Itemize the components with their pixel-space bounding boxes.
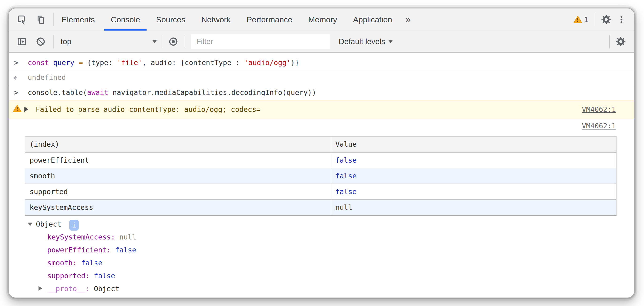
token-plain: navigator.mediaCapabilities.decodingInfo… bbox=[108, 88, 316, 97]
property-key: powerEfficient: bbox=[47, 246, 115, 254]
tab-console[interactable]: Console bbox=[103, 9, 148, 31]
property-value: false bbox=[115, 246, 136, 254]
warning-message: Failed to parse audio contentType: audio… bbox=[36, 105, 260, 114]
inspect-element-button[interactable] bbox=[16, 13, 28, 26]
gear-icon bbox=[615, 36, 626, 47]
table-row: smooth false bbox=[25, 168, 616, 184]
eye-icon bbox=[168, 36, 179, 47]
console-result-row: undefined bbox=[9, 70, 634, 85]
warning-triangle-icon bbox=[573, 15, 582, 24]
token-plain: }} bbox=[291, 59, 299, 67]
chevron-down-icon bbox=[152, 40, 157, 43]
toolbar-divider bbox=[609, 35, 610, 49]
tab-sources[interactable]: Sources bbox=[148, 9, 193, 31]
more-tabs-chevron-icon: » bbox=[406, 14, 411, 25]
toolbar-divider bbox=[162, 35, 162, 49]
token-plain: console.table( bbox=[28, 88, 87, 97]
console-log-row: VM4062:1 bbox=[9, 119, 634, 133]
more-tabs-button[interactable]: » bbox=[400, 14, 416, 25]
toolbar-divider bbox=[53, 35, 54, 49]
log-source-link[interactable]: VM4062:1 bbox=[582, 122, 616, 130]
expand-warning-triangle-icon[interactable] bbox=[24, 105, 28, 114]
table-cell-key: keySystemAccess bbox=[25, 199, 331, 215]
expand-triangle-icon[interactable] bbox=[38, 286, 42, 291]
devtools-menu-button[interactable] bbox=[617, 14, 626, 25]
object-root-label: Object bbox=[36, 220, 61, 228]
table-cell-key: supported bbox=[25, 184, 331, 199]
result-value: undefined bbox=[28, 73, 66, 82]
javascript-context-selector[interactable]: top bbox=[57, 37, 162, 46]
token-space bbox=[49, 59, 53, 67]
console-sidebar-icon bbox=[16, 36, 27, 47]
object-root-row[interactable]: Object i bbox=[9, 218, 634, 230]
tab-network[interactable]: Network bbox=[193, 9, 238, 31]
three-dot-menu-icon bbox=[617, 14, 626, 25]
object-tree: Object i keySystemAccess: null powerEffi… bbox=[9, 218, 634, 295]
tab-label: Console bbox=[111, 15, 140, 24]
tab-application[interactable]: Application bbox=[345, 9, 400, 31]
table-cell-value: false bbox=[331, 184, 616, 199]
toolbar-divider bbox=[184, 35, 185, 49]
console-settings-button[interactable] bbox=[615, 36, 626, 48]
table-header-value[interactable]: Value bbox=[331, 136, 616, 152]
property-key: keySystemAccess: bbox=[47, 233, 119, 241]
collapse-triangle-icon[interactable] bbox=[28, 223, 32, 226]
object-property-row: smooth: false bbox=[9, 256, 634, 269]
warning-count-badge[interactable]: 1 bbox=[573, 15, 588, 24]
token-keyword: const bbox=[28, 59, 49, 67]
table-row: keySystemAccess null bbox=[25, 199, 616, 215]
property-key: supported: bbox=[47, 272, 94, 280]
tab-label: Performance bbox=[246, 15, 292, 24]
tab-label: Application bbox=[353, 15, 392, 24]
token-plain: {type: bbox=[83, 59, 117, 67]
tab-memory[interactable]: Memory bbox=[300, 9, 345, 31]
warning-count: 1 bbox=[584, 15, 588, 24]
object-property-row: supported: false bbox=[9, 269, 634, 282]
tab-label: Network bbox=[201, 15, 231, 24]
warning-triangle-icon bbox=[13, 104, 22, 115]
proto-key: __proto__ bbox=[47, 285, 86, 293]
table-row: supported false bbox=[25, 184, 616, 199]
property-value: null bbox=[119, 233, 136, 241]
token-variable: query bbox=[53, 59, 74, 67]
console-messages: > const query = {type: 'file', audio: {c… bbox=[9, 53, 634, 297]
settings-button[interactable] bbox=[600, 14, 612, 25]
table-cell-value: false bbox=[331, 152, 616, 168]
console-command-row: > const query = {type: 'file', audio: {c… bbox=[9, 56, 634, 70]
token-keyword: await bbox=[87, 88, 108, 97]
warning-source-link[interactable]: VM4062:1 bbox=[582, 105, 616, 114]
tab-elements[interactable]: Elements bbox=[54, 9, 103, 31]
devtools-tabbar: Elements Console Sources Network Perform… bbox=[9, 9, 634, 31]
table-cell-key: smooth bbox=[25, 168, 331, 184]
triangle-right-icon bbox=[24, 107, 28, 112]
object-property-row: keySystemAccess: null bbox=[9, 230, 634, 243]
filter-input[interactable] bbox=[191, 34, 330, 49]
live-expression-button[interactable] bbox=[167, 36, 180, 48]
result-arrow-icon bbox=[12, 74, 21, 84]
object-property-row: powerEfficient: false bbox=[9, 243, 634, 256]
token-string: 'audio/ogg' bbox=[244, 59, 291, 67]
console-sidebar-button[interactable] bbox=[16, 35, 28, 48]
command-prompt-icon: > bbox=[14, 58, 18, 67]
log-levels-dropdown[interactable]: Default levels bbox=[339, 37, 393, 46]
console-command-row: > console.table(await navigator.mediaCap… bbox=[9, 85, 634, 100]
gear-icon bbox=[600, 14, 612, 25]
info-badge-icon[interactable]: i bbox=[69, 220, 79, 230]
inspect-cursor-icon bbox=[16, 14, 27, 25]
table-header-index[interactable]: (index) bbox=[25, 136, 331, 152]
table-cell-value: null bbox=[331, 199, 616, 215]
table-row: powerEfficient false bbox=[25, 152, 616, 168]
property-value: false bbox=[94, 272, 115, 280]
token-plain: , audio: {contentType : bbox=[142, 59, 244, 67]
table-cell-value: false bbox=[331, 168, 616, 184]
tabbar-divider bbox=[595, 13, 595, 26]
log-levels-value: Default levels bbox=[339, 37, 385, 46]
clear-console-button[interactable] bbox=[34, 35, 47, 48]
console-toolbar: top Default levels bbox=[9, 31, 634, 53]
device-toolbar-button[interactable] bbox=[34, 13, 47, 26]
proto-colon: : bbox=[86, 285, 94, 293]
property-value: false bbox=[81, 259, 102, 267]
tab-performance[interactable]: Performance bbox=[238, 9, 300, 31]
console-table: (index) Value powerEfficient false smoot… bbox=[25, 136, 616, 216]
proto-value: Object bbox=[94, 285, 119, 293]
